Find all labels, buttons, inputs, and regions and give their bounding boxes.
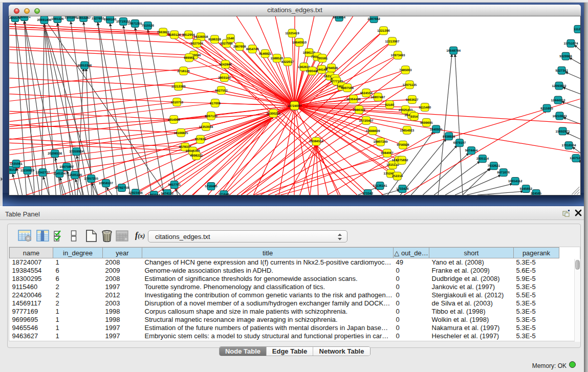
svg-text:16648784: 16648784 [446,49,461,53]
svg-text:571648: 571648 [219,193,229,195]
svg-text:10688609: 10688609 [366,129,380,133]
svg-text:12213967: 12213967 [385,40,399,43]
svg-text:12444153: 12444153 [551,99,565,102]
svg-text:18724007: 18724007 [288,104,302,108]
svg-text:10958107: 10958107 [99,182,113,185]
svg-text:7632621: 7632621 [488,164,500,168]
svg-text:15720407: 15720407 [359,119,374,123]
svg-text:9327503: 9327503 [190,42,203,46]
svg-text:9474444: 9474444 [465,149,478,152]
svg-text:15751074: 15751074 [563,42,578,46]
svg-text:25300215: 25300215 [266,112,280,116]
svg-text:12342737: 12342737 [35,171,50,174]
svg-text:795581: 795581 [317,57,328,60]
svg-text:9699695: 9699695 [420,121,433,125]
svg-text:20053346: 20053346 [77,64,92,68]
svg-text:2387682: 2387682 [367,17,380,21]
svg-text:6497568: 6497568 [341,86,354,90]
svg-text:1654966: 1654966 [167,118,180,122]
svg-text:9474132: 9474132 [161,192,173,195]
svg-text:12975135: 12975135 [402,83,417,87]
svg-text:12505135: 12505135 [68,173,82,177]
svg-text:5716485: 5716485 [205,185,217,188]
svg-text:16671355: 16671355 [128,22,142,26]
svg-text:857833: 857833 [195,138,206,142]
svg-text:1733426: 1733426 [396,187,409,191]
svg-text:2803144: 2803144 [218,76,231,80]
svg-text:9329966: 9329966 [559,55,572,58]
svg-text:11156829: 11156829 [20,169,35,172]
svg-text:10807487: 10807487 [371,96,385,99]
svg-text:9245652: 9245652 [519,187,532,191]
svg-text:6794028: 6794028 [325,67,338,70]
svg-text:12213369: 12213369 [171,85,186,89]
svg-text:12093822: 12093822 [552,84,567,88]
svg-text:1065326: 1065326 [51,17,64,21]
svg-text:11120: 11120 [574,28,581,31]
svg-text:2101166: 2101166 [64,16,77,19]
svg-text:1527602: 1527602 [92,17,104,20]
svg-text:7485003: 7485003 [399,69,412,72]
svg-text:19166825: 19166825 [174,132,188,135]
svg-text:8454749: 8454749 [246,48,259,51]
svg-text:173342: 173342 [362,192,373,195]
svg-text:8471676: 8471676 [497,171,510,174]
svg-text:1275692: 1275692 [396,159,408,162]
svg-text:8186328: 8186328 [208,38,221,41]
svg-text:12923446: 12923446 [128,191,143,195]
svg-text:2867608: 2867608 [233,45,246,49]
svg-text:9227342: 9227342 [555,69,568,73]
svg-text:15136141: 15136141 [373,184,387,188]
svg-text:16782759: 16782759 [115,186,129,190]
svg-text:1405571: 1405571 [18,16,31,19]
svg-text:17359924: 17359924 [69,150,83,154]
svg-text:18640910: 18640910 [292,41,307,45]
svg-text:9242848: 9242848 [219,63,232,67]
svg-text:10653267: 10653267 [76,16,91,20]
svg-text:1145194: 1145194 [53,172,66,176]
svg-text:11353594: 11353594 [199,125,213,129]
svg-text:1588520: 1588520 [271,57,284,60]
svg-text:252214: 252214 [392,174,403,178]
svg-text:8322017: 8322017 [281,60,294,64]
svg-text:62160: 62160 [385,103,395,107]
svg-text:19384554: 19384554 [309,140,323,144]
svg-text:1546: 1546 [227,37,234,40]
svg-text:18807249: 18807249 [374,141,388,144]
svg-text:2935114: 2935114 [476,157,489,161]
svg-text:9084067: 9084067 [381,151,394,155]
svg-text:9756928: 9756928 [397,143,409,147]
svg-text:1640935: 1640935 [430,128,443,132]
svg-text:989961: 989961 [184,56,194,60]
svg-text:19975867: 19975867 [59,165,74,169]
svg-text:4998222: 4998222 [190,154,203,158]
svg-text:9354: 9354 [410,115,418,119]
svg-text:9146821: 9146821 [259,52,272,56]
svg-text:15692971: 15692971 [556,130,570,134]
svg-text:16210643: 16210643 [553,115,567,118]
svg-text:1221396: 1221396 [377,29,390,33]
svg-text:9160124: 9160124 [168,33,181,37]
svg-text:8427552: 8427552 [215,89,228,93]
svg-text:1435061: 1435061 [10,162,23,166]
svg-text:6966160: 6966160 [104,18,117,21]
svg-text:917006: 917006 [210,102,221,105]
svg-text:39154: 39154 [9,168,17,172]
svg-text:19654923: 19654923 [400,129,414,133]
svg-text:10973493: 10973493 [390,54,405,57]
svg-text:20364436: 20364436 [346,98,361,101]
svg-text:8215955: 8215955 [540,107,553,111]
svg-text:8938928: 8938928 [443,135,455,139]
svg-text:924565: 924565 [531,192,541,195]
svg-text:7515526: 7515526 [142,24,155,28]
svg-text:20206536: 20206536 [48,152,62,156]
svg-text:1010753: 1010753 [170,101,183,104]
svg-text:7986322: 7986322 [353,108,365,112]
svg-text:9857791: 9857791 [168,183,181,187]
svg-text:10654112: 10654112 [508,180,522,183]
svg-text:6879197: 6879197 [453,141,466,145]
svg-text:17016504: 17016504 [561,144,576,147]
svg-text:1167533: 1167533 [570,157,581,160]
svg-text:3624554: 3624554 [360,92,373,95]
svg-text:9115460: 9115460 [419,106,431,110]
